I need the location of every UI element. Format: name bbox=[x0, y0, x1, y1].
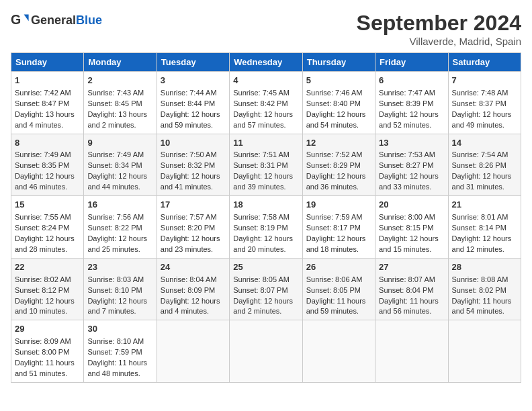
calendar-cell bbox=[157, 320, 229, 383]
day-number: 15 bbox=[15, 199, 80, 212]
daylight: Daylight: 12 hours and 15 minutes. bbox=[379, 234, 439, 253]
logo-icon: G bbox=[11, 11, 30, 30]
sunrise: Sunrise: 8:06 AM bbox=[306, 275, 363, 283]
calendar-cell: 9 Sunrise: 7:49 AM Sunset: 8:34 PM Dayli… bbox=[84, 134, 157, 196]
col-header-monday: Monday bbox=[84, 53, 157, 72]
sunrise: Sunrise: 8:03 AM bbox=[87, 275, 144, 283]
day-number: 21 bbox=[452, 199, 517, 212]
day-number: 29 bbox=[15, 323, 80, 336]
logo-general: General bbox=[31, 13, 76, 28]
day-number: 2 bbox=[87, 75, 152, 87]
day-number: 28 bbox=[452, 261, 517, 274]
sunset: Sunset: 8:29 PM bbox=[306, 161, 361, 169]
sunrise: Sunrise: 7:46 AM bbox=[306, 89, 363, 97]
sunset: Sunset: 8:44 PM bbox=[161, 99, 215, 107]
daylight: Daylight: 12 hours and 7 minutes. bbox=[87, 297, 147, 316]
calendar-cell: 3 Sunrise: 7:44 AM Sunset: 8:44 PM Dayli… bbox=[157, 72, 229, 134]
daylight: Daylight: 12 hours and 25 minutes. bbox=[87, 234, 147, 253]
calendar-cell: 6 Sunrise: 7:47 AM Sunset: 8:39 PM Dayli… bbox=[375, 72, 448, 134]
calendar-cell bbox=[448, 320, 521, 383]
calendar-cell: 12 Sunrise: 7:52 AM Sunset: 8:29 PM Dayl… bbox=[302, 134, 375, 196]
daylight: Daylight: 12 hours and 23 minutes. bbox=[161, 234, 220, 253]
calendar-week-2: 8 Sunrise: 7:49 AM Sunset: 8:35 PM Dayli… bbox=[11, 134, 521, 196]
col-header-friday: Friday bbox=[375, 53, 448, 72]
sunrise: Sunrise: 8:07 AM bbox=[379, 275, 435, 283]
calendar-cell: 30 Sunrise: 8:10 AM Sunset: 7:59 PM Dayl… bbox=[84, 320, 157, 383]
daylight: Daylight: 12 hours and 54 minutes. bbox=[306, 110, 366, 129]
sunset: Sunset: 8:42 PM bbox=[233, 99, 287, 107]
day-number: 16 bbox=[87, 199, 152, 212]
daylight: Daylight: 12 hours and 31 minutes. bbox=[452, 172, 512, 191]
daylight: Daylight: 11 hours and 56 minutes. bbox=[379, 297, 439, 316]
title-block: September 2024 Villaverde, Madrid, Spain bbox=[357, 11, 521, 47]
calendar-cell: 20 Sunrise: 8:00 AM Sunset: 8:15 PM Dayl… bbox=[375, 196, 448, 259]
daylight: Daylight: 12 hours and 18 minutes. bbox=[306, 234, 366, 253]
day-number: 4 bbox=[233, 75, 298, 87]
sunset: Sunset: 8:10 PM bbox=[87, 286, 142, 294]
calendar-cell bbox=[375, 320, 448, 383]
sunrise: Sunrise: 7:44 AM bbox=[161, 89, 217, 97]
sunset: Sunset: 8:32 PM bbox=[161, 161, 215, 169]
day-number: 27 bbox=[379, 261, 444, 274]
sunset: Sunset: 8:05 PM bbox=[306, 286, 361, 294]
calendar-cell: 8 Sunrise: 7:49 AM Sunset: 8:35 PM Dayli… bbox=[11, 134, 84, 196]
day-number: 23 bbox=[87, 261, 152, 274]
sunrise: Sunrise: 7:51 AM bbox=[233, 150, 290, 158]
sunset: Sunset: 8:17 PM bbox=[306, 224, 361, 232]
day-number: 30 bbox=[87, 323, 152, 336]
sunset: Sunset: 8:14 PM bbox=[452, 224, 506, 232]
sunset: Sunset: 8:09 PM bbox=[161, 286, 215, 294]
sunset: Sunset: 8:40 PM bbox=[306, 99, 361, 107]
sunrise: Sunrise: 8:02 AM bbox=[15, 275, 71, 283]
daylight: Daylight: 12 hours and 4 minutes. bbox=[161, 297, 220, 316]
day-number: 19 bbox=[306, 199, 371, 212]
daylight: Daylight: 12 hours and 59 minutes. bbox=[161, 110, 220, 129]
daylight: Daylight: 12 hours and 49 minutes. bbox=[452, 110, 512, 129]
sunrise: Sunrise: 7:49 AM bbox=[15, 150, 71, 158]
sunrise: Sunrise: 7:57 AM bbox=[161, 213, 217, 221]
calendar-cell: 5 Sunrise: 7:46 AM Sunset: 8:40 PM Dayli… bbox=[302, 72, 375, 134]
sunrise: Sunrise: 7:47 AM bbox=[379, 89, 435, 97]
location: Villaverde, Madrid, Spain bbox=[357, 36, 521, 47]
day-number: 11 bbox=[233, 137, 298, 150]
sunset: Sunset: 8:39 PM bbox=[379, 99, 433, 107]
sunset: Sunset: 8:22 PM bbox=[87, 224, 142, 232]
calendar-week-5: 29 Sunrise: 8:09 AM Sunset: 8:00 PM Dayl… bbox=[11, 320, 521, 383]
daylight: Daylight: 12 hours and 41 minutes. bbox=[161, 172, 220, 191]
day-number: 22 bbox=[15, 261, 80, 274]
daylight: Daylight: 12 hours and 52 minutes. bbox=[379, 110, 439, 129]
daylight: Daylight: 12 hours and 2 minutes. bbox=[233, 297, 293, 316]
calendar-week-4: 22 Sunrise: 8:02 AM Sunset: 8:12 PM Dayl… bbox=[11, 258, 521, 320]
sunrise: Sunrise: 8:01 AM bbox=[452, 213, 508, 221]
calendar-cell: 16 Sunrise: 7:56 AM Sunset: 8:22 PM Dayl… bbox=[84, 196, 157, 259]
calendar-cell: 25 Sunrise: 8:05 AM Sunset: 8:07 PM Dayl… bbox=[230, 258, 302, 320]
daylight: Daylight: 12 hours and 28 minutes. bbox=[15, 234, 75, 253]
daylight: Daylight: 12 hours and 39 minutes. bbox=[233, 172, 293, 191]
calendar-cell: 21 Sunrise: 8:01 AM Sunset: 8:14 PM Dayl… bbox=[448, 196, 521, 259]
sunrise: Sunrise: 7:48 AM bbox=[452, 89, 508, 97]
logo: G GeneralBlue bbox=[11, 11, 102, 30]
calendar-cell: 19 Sunrise: 7:59 AM Sunset: 8:17 PM Dayl… bbox=[302, 196, 375, 259]
day-number: 5 bbox=[306, 75, 371, 87]
daylight: Daylight: 11 hours and 54 minutes. bbox=[452, 297, 512, 316]
sunrise: Sunrise: 8:10 AM bbox=[87, 337, 144, 345]
calendar-cell: 11 Sunrise: 7:51 AM Sunset: 8:31 PM Dayl… bbox=[230, 134, 302, 196]
col-header-thursday: Thursday bbox=[302, 53, 375, 72]
sunset: Sunset: 8:26 PM bbox=[452, 161, 506, 169]
calendar-cell: 7 Sunrise: 7:48 AM Sunset: 8:37 PM Dayli… bbox=[448, 72, 521, 134]
col-header-wednesday: Wednesday bbox=[230, 53, 302, 72]
daylight: Daylight: 12 hours and 44 minutes. bbox=[87, 172, 147, 191]
daylight: Daylight: 12 hours and 33 minutes. bbox=[379, 172, 439, 191]
calendar-cell: 28 Sunrise: 8:08 AM Sunset: 8:02 PM Dayl… bbox=[448, 258, 521, 320]
sunrise: Sunrise: 8:08 AM bbox=[452, 275, 508, 283]
day-number: 17 bbox=[161, 199, 226, 212]
svg-text:G: G bbox=[11, 12, 21, 27]
sunset: Sunset: 8:24 PM bbox=[15, 224, 69, 232]
calendar-cell: 22 Sunrise: 8:02 AM Sunset: 8:12 PM Dayl… bbox=[11, 258, 84, 320]
daylight: Daylight: 11 hours and 51 minutes. bbox=[15, 359, 75, 377]
calendar-cell: 1 Sunrise: 7:42 AM Sunset: 8:47 PM Dayli… bbox=[11, 72, 84, 134]
calendar-header-row: SundayMondayTuesdayWednesdayThursdayFrid… bbox=[11, 53, 521, 72]
daylight: Daylight: 11 hours and 59 minutes. bbox=[306, 297, 366, 316]
sunset: Sunset: 8:31 PM bbox=[233, 161, 287, 169]
sunrise: Sunrise: 7:58 AM bbox=[233, 213, 290, 221]
